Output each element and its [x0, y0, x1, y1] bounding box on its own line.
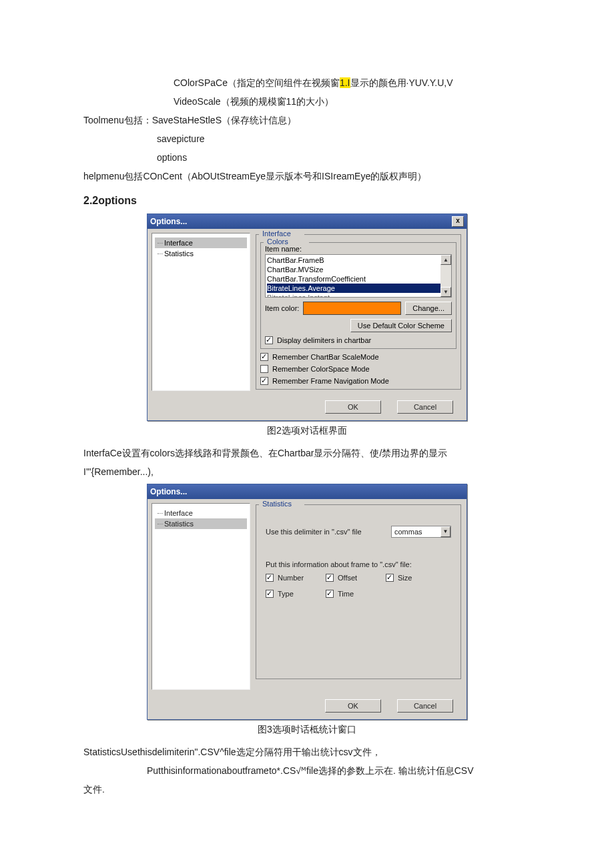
- label-csv-delimiter: Use this delimiter in ".csv" file: [266, 528, 362, 536]
- list-item[interactable]: BitrateLines.Instant: [267, 293, 451, 298]
- checkbox-display-delimiters[interactable]: [265, 336, 273, 344]
- checkbox-label: Time: [338, 590, 354, 598]
- default-color-button[interactable]: Use Default Color Scheme: [350, 319, 452, 332]
- figure-caption: 图3选项时话柢统计窗口: [83, 724, 531, 736]
- checkbox-label: Display delimiters in chartbar: [277, 336, 371, 344]
- checkbox-remember-navigation[interactable]: [260, 377, 268, 385]
- tree-node-statistics[interactable]: Statistics: [155, 518, 247, 529]
- checkbox-label: Remember Frame Navigation Mode: [272, 377, 389, 385]
- dropdown-button[interactable]: ▼: [440, 526, 450, 537]
- list-item[interactable]: ChartBar.FrameB: [267, 256, 451, 265]
- text-line: savepicture: [83, 129, 531, 148]
- figure-caption: 图2选项对话框界面: [83, 425, 531, 437]
- document-page: COlorSPaCe（指定的空间组件在视频窗1.I显示的颜色用·YUV.Y.U,…: [0, 0, 614, 852]
- group-legend-colors: Colors: [265, 238, 290, 246]
- close-button[interactable]: x: [452, 216, 464, 227]
- tree-node-statistics[interactable]: Statistics: [155, 248, 247, 259]
- text-line: I'"{Remember...),: [83, 462, 531, 481]
- tree-node-interface[interactable]: Interface: [155, 508, 247, 518]
- options-tree[interactable]: Interface Statistics: [151, 503, 250, 690]
- dialog-titlebar[interactable]: Options... x: [147, 214, 467, 229]
- color-swatch: [303, 302, 401, 315]
- text-line: Putthisinformationaboutframeto*.CS√ᴹfile…: [83, 761, 531, 780]
- label-item-name: Item name:: [265, 245, 452, 253]
- text-line: InterfaCe设置有colors选择线路和背景颜色、在Chartbar显示分…: [83, 444, 531, 462]
- ok-button[interactable]: OK: [325, 699, 381, 713]
- dialog-title: Options...: [150, 487, 187, 496]
- text-line: options: [83, 148, 531, 167]
- list-item[interactable]: ChartBar.TransformCoefficient: [267, 274, 451, 284]
- checkbox-remember-colorspace[interactable]: [260, 365, 268, 373]
- cancel-button[interactable]: Cancel: [397, 699, 453, 713]
- text-line: VideoScale（视频的规模窗11的大小）: [83, 92, 531, 111]
- combobox-value: commas: [394, 528, 422, 536]
- text-line: 文件.: [83, 780, 531, 799]
- text-line: COlorSPaCe（指定的空间组件在视频窗1.I显示的颜色用·YUV.Y.U,…: [83, 73, 531, 92]
- text-line: helpmenu包括COnCent（AbOUtStreamEye显示版本号和IS…: [83, 167, 531, 185]
- checkbox-label: Type: [278, 590, 294, 598]
- options-dialog-interface: Options... x Interface Statistics Interf…: [147, 213, 467, 421]
- group-legend-statistics: Statistics: [260, 500, 294, 508]
- list-item-selected[interactable]: BitrateLines.Average: [267, 284, 451, 293]
- dialog-titlebar[interactable]: Options...: [147, 484, 467, 499]
- section-heading: 2.2options: [83, 195, 531, 207]
- text: COlorSPaCe（指定的空间组件在视频窗: [174, 77, 340, 88]
- group-legend-interface: Interface: [260, 230, 293, 238]
- checkbox-number[interactable]: [266, 574, 274, 582]
- dialog-title: Options...: [150, 217, 187, 226]
- options-tree[interactable]: Interface Statistics: [151, 233, 250, 391]
- scroll-up-button[interactable]: ▲: [440, 255, 451, 265]
- checkbox-remember-scalemode[interactable]: [260, 353, 268, 361]
- text: 显示的颜色用·YUV.Y.U,V: [350, 77, 453, 88]
- scroll-down-button[interactable]: ▼: [440, 287, 451, 297]
- checkbox-time[interactable]: [326, 590, 334, 598]
- interface-pane: Interface Colors Item name: ChartBar.Fra…: [254, 233, 463, 391]
- label-put-info: Put this information about frame to ".cs…: [266, 560, 451, 568]
- options-dialog-statistics: Options... Interface Statistics Statisti…: [147, 484, 467, 720]
- highlight: 1.I: [340, 77, 350, 88]
- checkbox-label: Size: [398, 574, 412, 582]
- text-line: StatisticsUsethisdelimiterin".CSV^file选定…: [83, 743, 531, 761]
- cancel-button[interactable]: Cancel: [397, 400, 453, 414]
- checkbox-label: Remember ColorSpace Mode: [272, 365, 370, 373]
- checkbox-label: Remember ChartBar ScaleMode: [272, 353, 379, 361]
- change-color-button[interactable]: Change...: [405, 302, 452, 315]
- checkbox-offset[interactable]: [326, 574, 334, 582]
- label-item-color: Item color:: [265, 304, 299, 312]
- statistics-pane: Statistics Use this delimiter in ".csv" …: [254, 503, 463, 690]
- checkbox-label: Offset: [338, 574, 357, 582]
- list-item[interactable]: ChartBar.MVSize: [267, 265, 451, 274]
- item-name-listbox[interactable]: ChartBar.FrameB ChartBar.MVSize ChartBar…: [265, 254, 452, 298]
- checkbox-type[interactable]: [266, 590, 274, 598]
- checkbox-label: Number: [278, 574, 304, 582]
- tree-node-interface[interactable]: Interface: [155, 238, 247, 248]
- ok-button[interactable]: OK: [325, 400, 381, 414]
- delimiter-combobox[interactable]: commas ▼: [391, 526, 451, 538]
- scrollbar[interactable]: ▲ ▼: [440, 255, 451, 297]
- text-line: Toolmenu包括：SaveStaHeStleS（保存统计信息）: [83, 111, 531, 129]
- checkbox-size[interactable]: [386, 574, 394, 582]
